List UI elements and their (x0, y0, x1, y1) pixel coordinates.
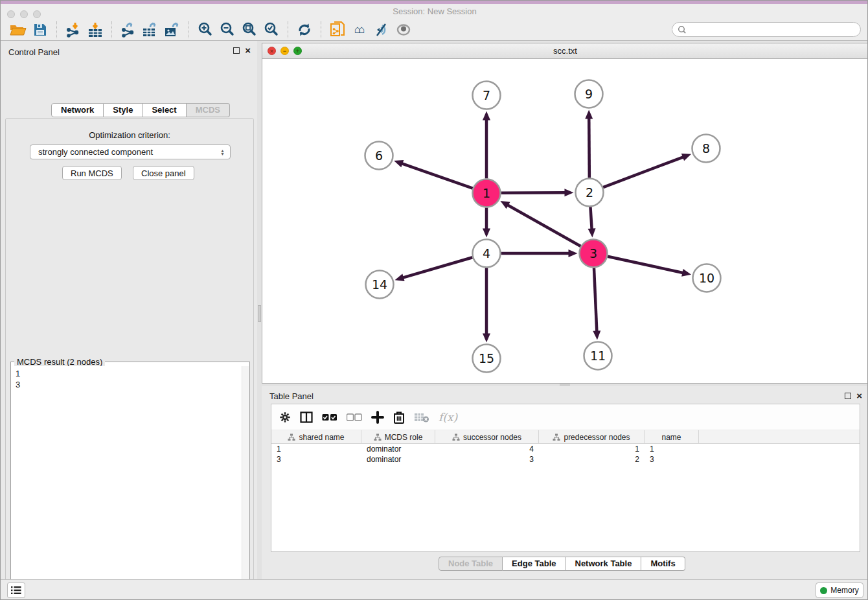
cell-shared-name[interactable]: 1 (271, 444, 361, 454)
table-settings-gear-icon[interactable] (279, 411, 291, 423)
select-all-icon[interactable] (322, 413, 337, 421)
show-columns-icon[interactable] (300, 411, 313, 423)
splitter-grip[interactable] (258, 305, 261, 322)
minimize-network-button[interactable]: − (280, 47, 289, 55)
network-window-traffic-lights[interactable]: × − + (268, 47, 302, 55)
cell-MCDS-role[interactable]: dominator (361, 454, 435, 465)
tab-select[interactable]: Select (143, 103, 186, 117)
edge-3-10[interactable] (608, 257, 684, 273)
close-panel-button[interactable]: Close panel (133, 166, 194, 180)
import-network-button[interactable] (62, 20, 84, 40)
zoom-in-button[interactable] (194, 20, 216, 40)
edge-2-9[interactable] (589, 117, 589, 178)
cell-predecessor-nodes[interactable]: 2 (539, 454, 645, 465)
optimization-criterion-select[interactable]: strongly connected component ▲▼ (30, 144, 231, 159)
table-panel-tabs: Node TableEdge TableNetwork TableMotifs (439, 557, 685, 571)
tab-mcds[interactable]: MCDS (187, 103, 230, 117)
vertical-splitter[interactable] (257, 41, 262, 579)
edge-1-6[interactable] (401, 163, 473, 189)
open-session-button[interactable] (7, 20, 29, 40)
tab-style[interactable]: Style (104, 103, 143, 117)
add-column-icon[interactable] (371, 411, 384, 424)
zoom-fit-button[interactable] (238, 20, 260, 40)
function-builder-icon[interactable]: f(x) (439, 411, 457, 424)
cell-MCDS-role[interactable]: dominator (361, 444, 435, 454)
zoom-selected-button[interactable] (260, 20, 282, 40)
delete-column-icon[interactable] (393, 411, 405, 424)
show-graphics-button[interactable] (393, 20, 415, 40)
search-icon (678, 25, 687, 34)
table-row[interactable]: 1dominator411 (271, 444, 860, 454)
cell-predecessor-nodes[interactable]: 1 (539, 444, 645, 454)
memory-button[interactable]: Memory (816, 583, 863, 598)
hide-details-icon (374, 22, 389, 38)
import-table-button[interactable] (84, 20, 106, 40)
search-input[interactable] (690, 25, 855, 34)
optimization-criterion-label: Optimization criterion: (6, 130, 253, 140)
float-panel-icon[interactable] (845, 393, 851, 399)
edge-3-1[interactable] (507, 204, 580, 246)
cell-name[interactable]: 3 (645, 454, 699, 465)
save-session-button[interactable] (29, 20, 51, 40)
edge-arrowhead (394, 160, 404, 167)
edge-2-8[interactable] (603, 157, 685, 188)
column-header-shared-name[interactable]: shared name (271, 430, 361, 444)
maximize-network-button[interactable]: + (293, 47, 302, 55)
table-body[interactable]: 1dominator4113dominator323 (271, 444, 860, 465)
edge-2-3[interactable] (590, 207, 591, 230)
table-header-row[interactable]: shared nameMCDS rolesuccessor nodesprede… (271, 430, 860, 444)
column-header-MCDS-role[interactable]: MCDS role (361, 430, 435, 444)
search-field[interactable] (672, 22, 861, 37)
home-view-button[interactable]: ⌂⌂ (348, 20, 371, 40)
tab-node-table[interactable]: Node Table (439, 557, 503, 571)
column-type-icon (288, 433, 295, 441)
edge-arrowhead (588, 228, 596, 237)
edge-4-14[interactable] (402, 257, 472, 278)
cell-successor-nodes[interactable]: 3 (435, 454, 539, 465)
close-panel-icon[interactable]: × (856, 393, 862, 399)
hide-details-button[interactable] (371, 20, 393, 40)
cell-successor-nodes[interactable]: 4 (435, 444, 539, 454)
node-table[interactable]: shared nameMCDS rolesuccessor nodesprede… (271, 430, 860, 465)
zoom-out-button[interactable] (216, 20, 238, 40)
edge-3-11[interactable] (594, 268, 597, 332)
minimize-window-button[interactable] (20, 10, 28, 18)
edge-1-2[interactable] (501, 192, 566, 193)
control-panel-title: Control Panel (8, 47, 60, 57)
export-table-button[interactable] (139, 20, 161, 40)
result-scrollbar[interactable] (242, 366, 249, 600)
optimization-criterion-value: strongly connected component (38, 147, 153, 157)
toolbar-separator (188, 21, 189, 38)
apply-layout-button[interactable] (293, 20, 315, 40)
node-label-2: 2 (586, 185, 593, 200)
zoom-window-button[interactable] (33, 10, 41, 18)
node-label-1: 1 (483, 186, 490, 200)
clone-network-button[interactable] (326, 20, 348, 40)
tab-network[interactable]: Network (51, 103, 104, 117)
close-window-button[interactable] (7, 10, 15, 18)
export-image-button[interactable] (161, 20, 183, 40)
window-traffic-lights[interactable] (7, 10, 41, 18)
mcds-result-text[interactable]: 1 3 (12, 366, 242, 600)
table-row[interactable]: 3dominator323 (271, 454, 860, 465)
delete-table-icon[interactable] (414, 412, 429, 422)
tab-edge-table[interactable]: Edge Table (503, 557, 565, 571)
network-graph-canvas[interactable]: 7968124314101511 (262, 59, 868, 383)
tab-network-table[interactable]: Network Table (566, 557, 642, 571)
run-mcds-button[interactable]: Run MCDS (62, 166, 122, 180)
column-header-name[interactable]: name (645, 430, 699, 444)
close-network-button[interactable]: × (268, 47, 276, 55)
cell-name[interactable]: 1 (645, 444, 699, 454)
deselect-all-icon[interactable] (347, 413, 362, 421)
column-header-predecessor-nodes[interactable]: predecessor nodes (539, 430, 645, 444)
zoom-in-icon (198, 22, 213, 38)
task-history-button[interactable] (7, 583, 25, 598)
column-header-successor-nodes[interactable]: successor nodes (435, 430, 539, 444)
network-window-titlebar[interactable]: × − + scc.txt (262, 43, 868, 59)
tab-motifs[interactable]: Motifs (641, 557, 685, 571)
export-network-button[interactable] (117, 20, 139, 40)
close-panel-icon[interactable]: × (245, 47, 251, 54)
node-label-10: 10 (699, 271, 714, 285)
cell-shared-name[interactable]: 3 (271, 454, 361, 465)
float-panel-icon[interactable] (233, 47, 240, 54)
